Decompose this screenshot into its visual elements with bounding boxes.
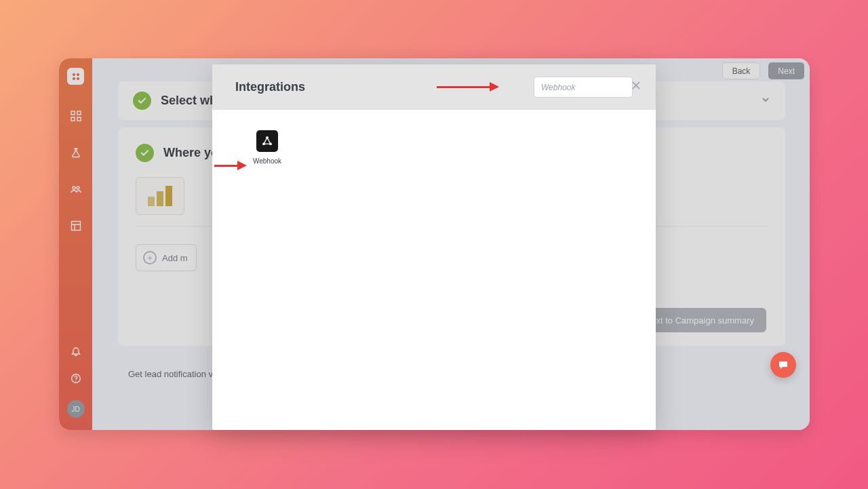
webhook-icon xyxy=(256,130,278,152)
annotation-arrow xyxy=(214,161,247,170)
integration-label: Webhook xyxy=(246,157,288,165)
modal-header: Integrations xyxy=(212,64,656,110)
close-icon[interactable] xyxy=(631,81,641,90)
integrations-search-input[interactable] xyxy=(534,77,633,98)
modal-body: Webhook xyxy=(212,110,656,185)
integration-webhook[interactable]: Webhook xyxy=(246,130,288,165)
annotation-arrow xyxy=(437,82,499,92)
chat-button[interactable] xyxy=(770,352,796,378)
integrations-modal: Integrations Webhook xyxy=(212,64,656,430)
